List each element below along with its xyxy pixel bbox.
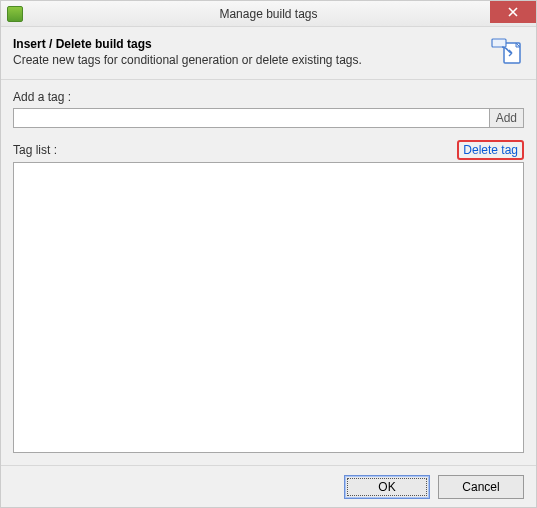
delete-tag-button[interactable]: Delete tag — [457, 140, 524, 160]
tags-document-icon — [490, 37, 524, 65]
titlebar: Manage build tags — [1, 1, 536, 27]
add-tag-row: Add — [13, 108, 524, 128]
add-tag-label: Add a tag : — [13, 90, 524, 104]
ok-button[interactable]: OK — [344, 475, 430, 499]
add-button[interactable]: Add — [490, 108, 524, 128]
cancel-button[interactable]: Cancel — [438, 475, 524, 499]
header-title: Insert / Delete build tags — [13, 37, 482, 51]
manage-build-tags-dialog: Manage build tags Insert / Delete build … — [0, 0, 537, 508]
header-description: Create new tags for conditional generati… — [13, 53, 482, 67]
dialog-footer: OK Cancel — [1, 465, 536, 507]
taglist-label: Tag list : — [13, 143, 57, 157]
taglist-box[interactable] — [13, 162, 524, 453]
dialog-body: Add a tag : Add Tag list : Delete tag — [1, 80, 536, 465]
dialog-header: Insert / Delete build tags Create new ta… — [1, 27, 536, 80]
svg-rect-1 — [492, 39, 506, 47]
taglist-header-row: Tag list : Delete tag — [13, 140, 524, 160]
add-tag-input[interactable] — [13, 108, 490, 128]
window-title: Manage build tags — [1, 7, 536, 21]
